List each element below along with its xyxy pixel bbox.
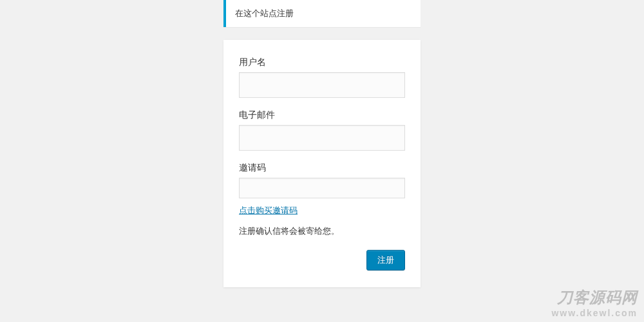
register-button[interactable]: 注册 xyxy=(366,250,405,270)
submit-row: 注册 xyxy=(239,250,405,270)
email-field-group: 电子邮件 xyxy=(239,109,405,151)
confirm-note: 注册确认信将会被寄给您。 xyxy=(239,225,405,237)
username-input[interactable] xyxy=(239,72,405,98)
watermark-title: 刀客源码网 xyxy=(551,287,638,308)
invite-field-group: 邀请码 xyxy=(239,162,405,198)
watermark: 刀客源码网 www.dkewl.com xyxy=(551,287,638,318)
username-field-group: 用户名 xyxy=(239,57,405,98)
register-notice: 在这个站点注册 xyxy=(223,0,421,27)
email-input[interactable] xyxy=(239,125,405,151)
buy-invite-link[interactable]: 点击购买邀请码 xyxy=(239,205,298,216)
username-label: 用户名 xyxy=(239,57,405,68)
register-notice-text: 在这个站点注册 xyxy=(235,8,294,18)
invite-label: 邀请码 xyxy=(239,162,405,174)
register-form-card: 用户名 电子邮件 邀请码 点击购买邀请码 注册确认信将会被寄给您。 注册 xyxy=(223,40,421,287)
watermark-url: www.dkewl.com xyxy=(551,308,638,318)
invite-input[interactable] xyxy=(239,178,405,198)
email-label: 电子邮件 xyxy=(239,109,405,121)
